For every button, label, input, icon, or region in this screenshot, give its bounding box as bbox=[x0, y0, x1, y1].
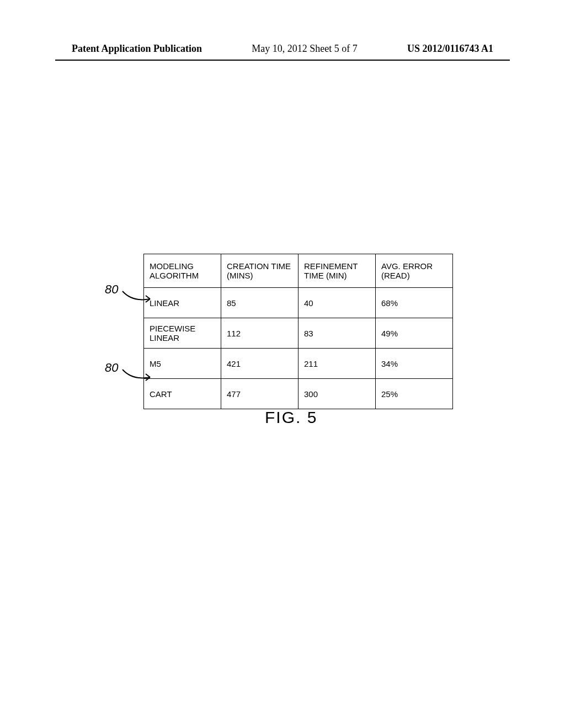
cell-refinement: 211 bbox=[299, 349, 376, 379]
cell-refinement: 300 bbox=[299, 379, 376, 409]
cell-algorithm: LINEAR bbox=[144, 288, 221, 318]
cell-algorithm: PIECEWISE LINEAR bbox=[144, 318, 221, 349]
header-pub-number: US 2012/0116743 A1 bbox=[407, 43, 493, 55]
cell-avgerror: 68% bbox=[376, 288, 453, 318]
cell-creation: 85 bbox=[221, 288, 299, 318]
table-header-row: MODELING ALGORITHM CREATION TIME (MINS) … bbox=[144, 254, 453, 288]
cell-avgerror: 25% bbox=[376, 379, 453, 409]
header-rule bbox=[55, 60, 510, 61]
cell-refinement: 40 bbox=[299, 288, 376, 318]
reference-number: 80 bbox=[105, 361, 118, 375]
reference-number: 80 bbox=[105, 282, 118, 297]
cell-creation: 477 bbox=[221, 379, 299, 409]
cell-algorithm: CART bbox=[144, 379, 221, 409]
algorithm-table: MODELING ALGORITHM CREATION TIME (MINS) … bbox=[143, 254, 453, 409]
cell-avgerror: 34% bbox=[376, 349, 453, 379]
cell-algorithm: M5 bbox=[144, 349, 221, 379]
cell-creation: 112 bbox=[221, 318, 299, 349]
cell-creation: 421 bbox=[221, 349, 299, 379]
page: Patent Application Publication May 10, 2… bbox=[0, 0, 565, 728]
figure-label: FIG. 5 bbox=[265, 408, 317, 427]
col-header-algorithm: MODELING ALGORITHM bbox=[144, 254, 221, 288]
header-date-sheet: May 10, 2012 Sheet 5 of 7 bbox=[252, 43, 357, 55]
col-header-creation: CREATION TIME (MINS) bbox=[221, 254, 299, 288]
col-header-refinement: REFINEMENT TIME (MIN) bbox=[299, 254, 376, 288]
header-publication: Patent Application Publication bbox=[72, 43, 202, 55]
page-header: Patent Application Publication May 10, 2… bbox=[0, 43, 565, 55]
table-row: PIECEWISE LINEAR 112 83 49% bbox=[144, 318, 453, 349]
table-row: LINEAR 85 40 68% bbox=[144, 288, 453, 318]
col-header-avgerror: AVG. ERROR (READ) bbox=[376, 254, 453, 288]
cell-avgerror: 49% bbox=[376, 318, 453, 349]
table-row: M5 421 211 34% bbox=[144, 349, 453, 379]
table-row: CART 477 300 25% bbox=[144, 379, 453, 409]
cell-refinement: 83 bbox=[299, 318, 376, 349]
